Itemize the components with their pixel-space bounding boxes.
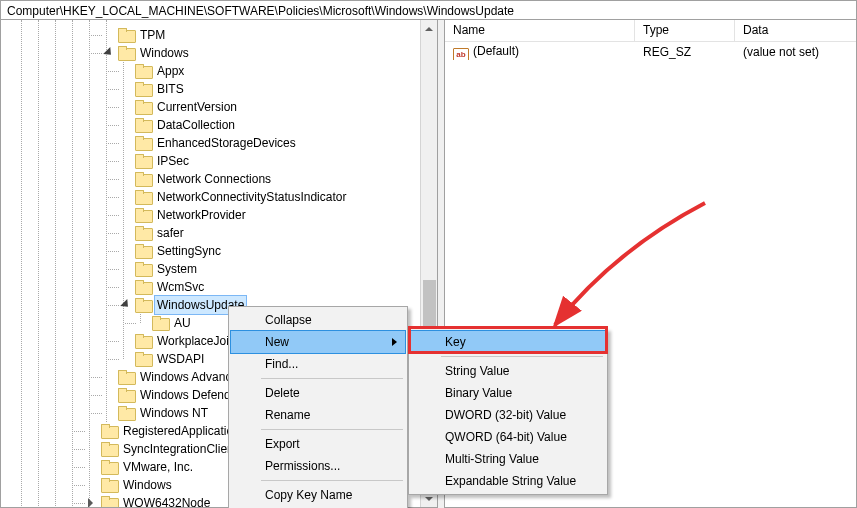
tree-node-netstatus[interactable]: NetworkConnectivityStatusIndicator (1, 188, 437, 206)
folder-icon (101, 442, 117, 456)
folder-icon (135, 100, 151, 114)
cell-data: (value not set) (735, 45, 856, 59)
tree-node-datacollection[interactable]: DataCollection (1, 116, 437, 134)
ctx-permissions[interactable]: Permissions... (231, 455, 405, 477)
tree-node-currentversion[interactable]: CurrentVersion (1, 98, 437, 116)
folder-icon (101, 478, 117, 492)
cell-name: ab(Default) (445, 44, 635, 60)
tree-label: WOW6432Node (121, 494, 212, 508)
string-value-icon: ab (453, 48, 469, 60)
context-menu[interactable]: Collapse New Find... Delete Rename Expor… (228, 306, 408, 508)
folder-icon (135, 208, 151, 222)
separator (261, 480, 403, 481)
folder-icon (135, 64, 151, 78)
folder-icon (135, 172, 151, 186)
ctx-new[interactable]: New (231, 331, 405, 353)
tree-label: WorkplaceJoin (155, 332, 237, 350)
tree-node-safer[interactable]: safer (1, 224, 437, 242)
tree-label: Windows (138, 44, 191, 62)
tree-label: SettingSync (155, 242, 223, 260)
ctx-export[interactable]: Export (231, 433, 405, 455)
tree-node-netconn[interactable]: Network Connections (1, 170, 437, 188)
folder-icon (135, 244, 151, 258)
folder-icon (135, 226, 151, 240)
sub-string[interactable]: String Value (411, 360, 605, 382)
tree-label: AU (172, 314, 193, 332)
ctx-rename[interactable]: Rename (231, 404, 405, 426)
tree-node-windows[interactable]: Windows (1, 44, 437, 62)
tree-node-bits[interactable]: BITS (1, 80, 437, 98)
default-name: (Default) (473, 44, 519, 58)
separator (261, 378, 403, 379)
address-text: Computer\HKEY_LOCAL_MACHINE\SOFTWARE\Pol… (7, 4, 514, 18)
folder-icon (118, 370, 134, 384)
tree-label: BITS (155, 80, 186, 98)
separator (261, 429, 403, 430)
sub-multi[interactable]: Multi-String Value (411, 448, 605, 470)
cell-type: REG_SZ (635, 45, 735, 59)
folder-icon (118, 28, 134, 42)
collapse-icon[interactable] (119, 299, 131, 311)
tree-label: NetworkProvider (155, 206, 248, 224)
tree-label: Network Connections (155, 170, 273, 188)
sub-expand[interactable]: Expandable String Value (411, 470, 605, 492)
submenu-arrow-icon (392, 338, 397, 346)
ctx-copy-key-name[interactable]: Copy Key Name (231, 484, 405, 506)
tree-label: Windows (121, 476, 174, 494)
tree-label: System (155, 260, 199, 278)
col-type[interactable]: Type (635, 20, 735, 41)
tree-node-netprovider[interactable]: NetworkProvider (1, 206, 437, 224)
tree-node-system[interactable]: System (1, 260, 437, 278)
tree-label: EnhancedStorageDevices (155, 134, 298, 152)
context-submenu-new[interactable]: Key String Value Binary Value DWORD (32-… (408, 328, 608, 495)
tree-label: IPSec (155, 152, 191, 170)
ctx-find[interactable]: Find... (231, 353, 405, 375)
folder-icon (101, 424, 117, 438)
folder-icon (135, 262, 151, 276)
tree-label: Appx (155, 62, 186, 80)
folder-icon (101, 460, 117, 474)
ctx-collapse[interactable]: Collapse (231, 309, 405, 331)
scroll-up-icon[interactable] (421, 20, 437, 37)
sub-dword[interactable]: DWORD (32-bit) Value (411, 404, 605, 426)
folder-icon (135, 190, 151, 204)
folder-icon (135, 298, 151, 312)
tree-label: Windows NT (138, 404, 210, 422)
tree-node-appx[interactable]: Appx (1, 62, 437, 80)
sub-qword[interactable]: QWORD (64-bit) Value (411, 426, 605, 448)
tree-label: Windows Advance (138, 368, 240, 386)
address-bar[interactable]: Computer\HKEY_LOCAL_MACHINE\SOFTWARE\Pol… (0, 0, 857, 20)
tree-node-enhancedstorage[interactable]: EnhancedStorageDevices (1, 134, 437, 152)
folder-icon (135, 118, 151, 132)
tree-node-ipsec[interactable]: IPSec (1, 152, 437, 170)
tree-label: SyncIntegrationClients (121, 440, 245, 458)
folder-icon (118, 388, 134, 402)
col-name[interactable]: Name (445, 20, 635, 41)
sub-binary[interactable]: Binary Value (411, 382, 605, 404)
ctx-delete[interactable]: Delete (231, 382, 405, 404)
expand-icon[interactable] (85, 497, 97, 508)
folder-icon (135, 154, 151, 168)
folder-icon (135, 334, 151, 348)
tree-label: NetworkConnectivityStatusIndicator (155, 188, 348, 206)
folder-icon (101, 496, 117, 508)
tree-label: DataCollection (155, 116, 237, 134)
folder-icon (118, 46, 134, 60)
tree-node-settingsync[interactable]: SettingSync (1, 242, 437, 260)
separator (441, 356, 603, 357)
tree-node-tpm[interactable]: TPM (1, 26, 437, 44)
tree-label: VMware, Inc. (121, 458, 195, 476)
col-data[interactable]: Data (735, 20, 856, 41)
values-header: Name Type Data (445, 20, 856, 42)
folder-icon (135, 352, 151, 366)
tree-node-wcmsvc[interactable]: WcmSvc (1, 278, 437, 296)
tree-label: safer (155, 224, 186, 242)
tree-label: TPM (138, 26, 167, 44)
tree-label: CurrentVersion (155, 98, 239, 116)
value-row-default[interactable]: ab(Default) REG_SZ (value not set) (445, 42, 856, 62)
folder-icon (135, 82, 151, 96)
collapse-icon[interactable] (102, 47, 114, 59)
tree-label: WcmSvc (155, 278, 206, 296)
folder-icon (135, 280, 151, 294)
sub-key[interactable]: Key (411, 331, 605, 353)
